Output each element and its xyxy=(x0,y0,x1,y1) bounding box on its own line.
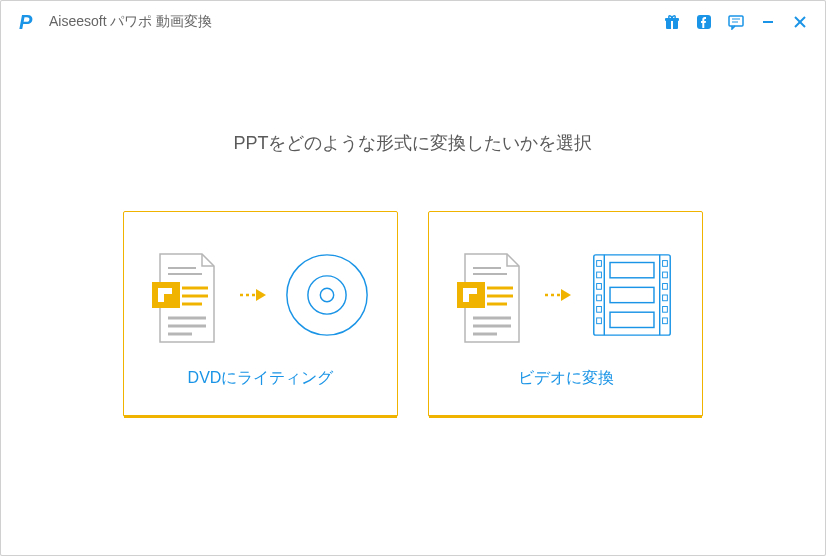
feedback-icon[interactable] xyxy=(727,13,745,31)
app-logo-icon: P xyxy=(17,11,39,33)
svg-point-23 xyxy=(320,288,333,301)
main-content: PPTをどのような形式に変換したいかを選択 xyxy=(1,43,825,555)
svg-rect-50 xyxy=(610,287,654,302)
app-title: Aiseesoft パワポ 動画変換 xyxy=(49,13,663,31)
svg-rect-34 xyxy=(593,255,669,335)
svg-rect-37 xyxy=(596,261,601,267)
page-heading: PPTをどのような形式に変換したいかを選択 xyxy=(233,131,592,155)
gift-icon[interactable] xyxy=(663,13,681,31)
document-icon xyxy=(152,250,222,340)
svg-rect-42 xyxy=(596,318,601,324)
close-button[interactable] xyxy=(791,13,809,31)
titlebar-actions xyxy=(663,13,809,31)
disc-icon xyxy=(284,250,370,340)
svg-point-21 xyxy=(286,255,366,335)
option-dvd-label: DVDにライティング xyxy=(188,368,334,389)
svg-rect-39 xyxy=(596,284,601,290)
option-dvd[interactable]: DVDにライティング xyxy=(123,211,398,417)
facebook-icon[interactable] xyxy=(695,13,713,31)
svg-rect-43 xyxy=(662,261,667,267)
svg-rect-26 xyxy=(457,282,485,308)
svg-rect-40 xyxy=(596,295,601,301)
titlebar: P Aiseesoft パワポ 動画変換 xyxy=(1,1,825,43)
svg-rect-2 xyxy=(671,20,673,29)
arrow-icon xyxy=(543,285,573,305)
options-row: DVDにライティング xyxy=(123,211,703,417)
svg-rect-44 xyxy=(662,272,667,278)
svg-rect-49 xyxy=(610,263,654,278)
arrow-icon xyxy=(238,285,268,305)
svg-rect-45 xyxy=(662,284,667,290)
option-video-graphic xyxy=(456,240,676,350)
option-video-label: ビデオに変換 xyxy=(518,368,614,389)
svg-text:P: P xyxy=(19,11,33,33)
film-icon xyxy=(589,250,675,340)
svg-rect-46 xyxy=(662,295,667,301)
svg-rect-5 xyxy=(729,16,743,26)
option-dvd-graphic xyxy=(151,240,371,350)
app-window: P Aiseesoft パワポ 動画変換 PPTをどのような形式に変換したいかを… xyxy=(0,0,826,556)
svg-rect-51 xyxy=(610,312,654,327)
svg-rect-38 xyxy=(596,272,601,278)
minimize-button[interactable] xyxy=(759,13,777,31)
document-icon xyxy=(457,250,527,340)
svg-rect-47 xyxy=(662,306,667,312)
option-video[interactable]: ビデオに変換 xyxy=(428,211,703,417)
svg-point-22 xyxy=(307,276,345,314)
svg-rect-48 xyxy=(662,318,667,324)
svg-rect-13 xyxy=(152,282,180,308)
svg-rect-41 xyxy=(596,306,601,312)
